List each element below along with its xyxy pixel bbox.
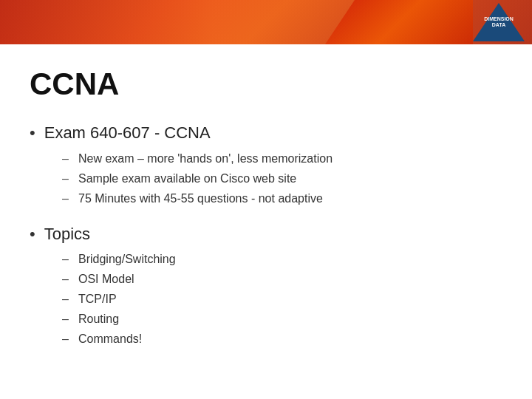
section-topics: • Topics – Bridging/Switching – OSI Mode… (30, 224, 502, 349)
list-item: – Commands! (62, 330, 502, 348)
list-item: – 75 Minutes with 45-55 questions - not … (62, 190, 502, 208)
dash-icon: – (62, 270, 71, 288)
list-item: – OSI Model (62, 270, 502, 288)
dash-icon: – (62, 330, 71, 348)
topics-bullet-main: • Topics (30, 224, 502, 245)
bullet-dot-1: • (30, 123, 35, 144)
list-item: – New exam – more 'hands on', less memor… (62, 150, 502, 168)
dash-icon: – (62, 290, 71, 308)
main-content: CCNA • Exam 640-607 - CCNA – New exam – … (0, 44, 532, 399)
logo-line1: DIMENSION (484, 16, 514, 21)
topics-sub-items: – Bridging/Switching – OSI Model – TCP/I… (62, 250, 502, 348)
page-title: CCNA (30, 66, 502, 102)
topics-sub-1: Bridging/Switching (78, 250, 176, 268)
dash-icon: – (62, 250, 71, 268)
topics-sub-2: OSI Model (78, 270, 134, 288)
dash-icon: – (62, 190, 71, 208)
logo-text: DIMENSION DATA (480, 16, 517, 29)
list-item: – Bridging/Switching (62, 250, 502, 268)
topics-main-label: Topics (44, 224, 90, 245)
topics-sub-3: TCP/IP (78, 290, 117, 308)
exam-sub-items: – New exam – more 'hands on', less memor… (62, 150, 502, 208)
exam-sub-3: 75 Minutes with 45-55 questions - not ad… (78, 190, 323, 208)
list-item: – Routing (62, 310, 502, 328)
list-item: – Sample exam available on Cisco web sit… (62, 170, 502, 188)
dash-icon: – (62, 150, 71, 168)
bullet-dot-2: • (30, 224, 35, 245)
exam-main-label: Exam 640-607 - CCNA (44, 123, 211, 144)
header-shape-2 (0, 0, 532, 44)
exam-sub-1: New exam – more 'hands on', less memoriz… (78, 150, 332, 168)
section-exam: • Exam 640-607 - CCNA – New exam – more … (30, 123, 502, 208)
exam-bullet-main: • Exam 640-607 - CCNA (30, 123, 502, 144)
header-bar (0, 0, 532, 44)
dash-icon: – (62, 170, 71, 188)
list-item: – TCP/IP (62, 290, 502, 308)
exam-sub-2: Sample exam available on Cisco web site (78, 170, 296, 188)
topics-sub-4: Routing (78, 310, 119, 328)
dash-icon: – (62, 310, 71, 328)
logo-container: DIMENSION DATA (473, 3, 525, 41)
logo-line2: DATA (492, 22, 505, 27)
topics-sub-5: Commands! (78, 330, 142, 348)
